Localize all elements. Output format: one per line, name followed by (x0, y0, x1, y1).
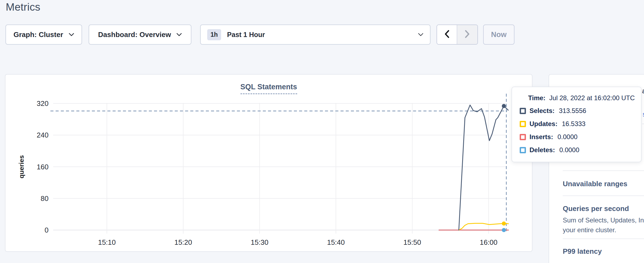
legend-swatch-icon (520, 147, 526, 153)
divider (563, 238, 644, 239)
tooltip-series-label: Selects: (529, 107, 555, 115)
sidebar-heading-queries-per-second: Queries per second (563, 204, 629, 213)
x-tick-label: 16:00 (480, 238, 497, 246)
next-time-button[interactable] (457, 25, 477, 44)
tooltip-series-value: 16.5333 (562, 120, 586, 128)
series-line-updates (459, 223, 508, 230)
sidebar-heading-p99-latency: P99 latency (563, 247, 602, 256)
time-nav-group (437, 25, 478, 45)
sql-statements-card: SQL Statements 08016024032015:1015:2015:… (5, 74, 532, 252)
y-tick-label: 0 (45, 226, 49, 234)
sidebar-clipped-link-fragment[interactable]: s (643, 111, 644, 118)
hover-dot-updates (502, 221, 506, 225)
tooltip-time-label: Time: (528, 94, 546, 102)
prev-time-button[interactable] (437, 25, 457, 44)
tooltip-time-row: Time: Jul 28, 2022 at 16:02:00 UTC (528, 94, 641, 102)
chevron-down-icon (176, 33, 182, 36)
sidebar-clipped-text-fragment: a (642, 87, 644, 95)
tooltip-series-label: Inserts: (529, 133, 553, 141)
x-tick-label: 15:20 (174, 238, 192, 246)
chevron-left-icon (444, 30, 449, 39)
legend-swatch-icon (520, 121, 526, 127)
x-tick-label: 15:50 (403, 238, 421, 246)
x-tick-label: 15:40 (327, 238, 345, 246)
legend-swatch-icon (520, 108, 526, 114)
x-tick-label: 15:10 (98, 238, 116, 246)
chevron-right-icon (465, 30, 470, 39)
series-line-selects (459, 105, 508, 230)
tooltip-series-value: 0.0000 (558, 133, 577, 141)
graph-scope-dropdown[interactable]: Graph: Cluster (5, 25, 82, 45)
dashboard-label: Dashboard: Overview (98, 30, 171, 39)
hover-dot-selects (502, 104, 506, 108)
dashboard-dropdown[interactable]: Dashboard: Overview (89, 25, 191, 45)
chevron-down-icon (69, 33, 74, 36)
tooltip-row-deletes: Deletes:0.0000 (520, 146, 641, 154)
y-tick-label: 320 (37, 99, 49, 108)
hover-dot-deletes (502, 228, 506, 232)
tooltip-time-value: Jul 28, 2022 at 16:02:00 UTC (549, 94, 635, 102)
legend-swatch-icon (520, 134, 526, 140)
time-range-badge: 1h (207, 29, 221, 40)
chart-hover-tooltip: Time: Jul 28, 2022 at 16:02:00 UTC Selec… (511, 87, 642, 162)
divider (563, 195, 644, 196)
tooltip-row-inserts: Inserts:0.0000 (520, 133, 641, 141)
tooltip-legend: Selects:313.5556Updates:16.5333Inserts:0… (520, 107, 641, 154)
tooltip-series-value: 313.5556 (559, 107, 586, 115)
graph-scope-label: Graph: Cluster (13, 30, 63, 39)
tooltip-series-value: 0.0000 (559, 146, 579, 154)
page-title: Metrics (6, 1, 40, 13)
tooltip-row-updates: Updates:16.5333 (520, 120, 641, 128)
description-line: your entire cluster. (563, 225, 644, 235)
y-axis-label: queries (18, 155, 25, 178)
y-tick-label: 240 (37, 131, 49, 139)
now-button[interactable]: Now (483, 25, 514, 45)
sidebar-description-queries-per-second: Sum of Selects, Updates, Inser your enti… (563, 215, 644, 235)
time-range-picker[interactable]: 1h Past 1 Hour (200, 25, 431, 45)
metrics-page: Metrics Graph: Cluster Dashboard: Overvi… (0, 0, 644, 263)
divider (563, 170, 644, 171)
tooltip-series-label: Deletes: (529, 146, 555, 154)
description-line: Sum of Selects, Updates, Inser (563, 215, 644, 225)
sql-statements-chart[interactable]: 08016024032015:1015:2015:3015:4015:5016:… (5, 75, 532, 251)
time-range-label: Past 1 Hour (227, 31, 412, 39)
divider (642, 124, 644, 124)
tooltip-row-selects: Selects:313.5556 (520, 107, 641, 115)
chevron-down-icon (418, 33, 423, 36)
now-button-label: Now (491, 30, 507, 39)
y-tick-label: 160 (37, 163, 49, 171)
sidebar-heading-unavailable-ranges: Unavailable ranges (563, 180, 627, 188)
tooltip-series-label: Updates: (529, 120, 558, 128)
x-tick-label: 15:30 (251, 238, 268, 246)
y-tick-label: 80 (41, 194, 49, 203)
